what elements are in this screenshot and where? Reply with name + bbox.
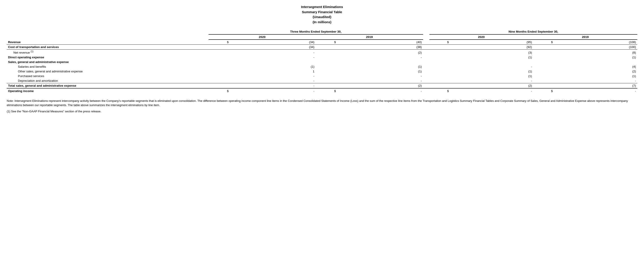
dollar-nine-2020-7 — [430, 74, 450, 78]
dollar-three-2019-4 — [316, 60, 337, 64]
dollar-three-2020-8 — [208, 78, 230, 83]
row-label-9: Total sales, general and administrative … — [7, 83, 208, 88]
value-three-2019-5: (1) — [337, 64, 423, 69]
dollar-nine-2019-6 — [533, 69, 554, 74]
value-nine-2020-8: - — [450, 78, 533, 83]
page-title: Intersegment Eliminations Summary Financ… — [7, 4, 637, 24]
dollar-three-2019-5 — [316, 64, 337, 69]
value-three-2019-1: (38) — [337, 45, 423, 50]
value-nine-2019-0: (108) — [554, 39, 637, 45]
value-three-2019-7: - — [337, 74, 423, 78]
value-three-2020-3: - — [230, 55, 316, 60]
dollar-nine-2019-0: $ — [533, 39, 554, 45]
value-three-2020-10: - — [230, 88, 316, 93]
dollar-three-2020-0: $ — [208, 39, 230, 45]
row-label-7: Purchased services — [7, 74, 208, 78]
value-three-2020-4 — [230, 60, 316, 64]
dollar-three-2019-8 — [316, 78, 337, 83]
dollar-three-2020-4 — [208, 60, 230, 64]
footnote-text: (1) See the “Non-GAAP Financial Measures… — [7, 110, 637, 113]
dollar-three-2020-9 — [208, 83, 230, 88]
nine-months-header: Nine Months Ended September 30, — [430, 29, 637, 34]
value-three-2020-6: 1 — [230, 69, 316, 74]
value-three-2019-6: (1) — [337, 69, 423, 74]
year-three-2020: 2020 — [208, 34, 316, 39]
row-label-5: Salaries and benefits — [7, 64, 208, 69]
value-three-2019-3: - — [337, 55, 423, 60]
dollar-three-2020-10: $ — [208, 88, 230, 93]
dollar-three-2019-7 — [316, 74, 337, 78]
value-nine-2019-7: (1) — [554, 74, 637, 78]
row-label-2: Net revenue (1) — [7, 50, 208, 55]
value-nine-2019-10: - — [554, 88, 637, 93]
value-nine-2020-2: (3) — [450, 50, 533, 55]
value-nine-2020-9: (2) — [450, 83, 533, 88]
row-label-10: Operating income — [7, 88, 208, 93]
dollar-three-2020-7 — [208, 74, 230, 78]
dollar-nine-2020-10: $ — [430, 88, 450, 93]
dollar-three-2020-6 — [208, 69, 230, 74]
dollar-nine-2019-5 — [533, 64, 554, 69]
value-three-2020-5: (1) — [230, 64, 316, 69]
value-nine-2019-8: - — [554, 78, 637, 83]
value-three-2020-0: (34) — [230, 39, 316, 45]
value-three-2019-2: (2) — [337, 50, 423, 55]
value-nine-2019-5: (4) — [554, 64, 637, 69]
value-three-2020-2: - — [230, 50, 316, 55]
dollar-nine-2020-8 — [430, 78, 450, 83]
dollar-nine-2020-3 — [430, 55, 450, 60]
value-nine-2020-4 — [450, 60, 533, 64]
value-nine-2019-6: (2) — [554, 69, 637, 74]
value-nine-2020-6: (1) — [450, 69, 533, 74]
dollar-three-2019-10: $ — [316, 88, 337, 93]
dollar-nine-2020-0: $ — [430, 39, 450, 45]
dollar-three-2019-1 — [316, 45, 337, 50]
row-label-0: Revenue — [7, 39, 208, 45]
row-label-6: Other sales, general and administrative … — [7, 69, 208, 74]
value-nine-2020-7: (1) — [450, 74, 533, 78]
three-months-header: Three Months Ended September 30, — [208, 29, 423, 34]
row-label-3: Direct operating expense — [7, 55, 208, 60]
value-nine-2020-0: (95) — [450, 39, 533, 45]
value-three-2020-1: (34) — [230, 45, 316, 50]
dollar-three-2020-1 — [208, 45, 230, 50]
dollar-nine-2020-2 — [430, 50, 450, 55]
dollar-nine-2019-10: $ — [533, 88, 554, 93]
dollar-three-2019-0: $ — [316, 39, 337, 45]
value-nine-2020-3: (1) — [450, 55, 533, 60]
year-three-2019: 2019 — [316, 34, 423, 39]
value-nine-2019-1: (100) — [554, 45, 637, 50]
dollar-three-2019-6 — [316, 69, 337, 74]
dollar-three-2020-2 — [208, 50, 230, 55]
dollar-nine-2019-4 — [533, 60, 554, 64]
value-three-2020-9: - — [230, 83, 316, 88]
value-nine-2019-9: (7) — [554, 83, 637, 88]
value-three-2019-9: (2) — [337, 83, 423, 88]
value-nine-2019-4 — [554, 60, 637, 64]
dollar-nine-2020-5 — [430, 64, 450, 69]
year-nine-2020: 2020 — [430, 34, 533, 39]
value-nine-2020-10: - — [450, 88, 533, 93]
value-three-2019-8: - — [337, 78, 423, 83]
dollar-nine-2019-3 — [533, 55, 554, 60]
dollar-nine-2019-2 — [533, 50, 554, 55]
value-nine-2020-1: (92) — [450, 45, 533, 50]
year-nine-2019: 2019 — [533, 34, 637, 39]
dollar-nine-2019-9 — [533, 83, 554, 88]
value-nine-2019-2: (8) — [554, 50, 637, 55]
dollar-nine-2019-8 — [533, 78, 554, 83]
value-three-2019-10: - — [337, 88, 423, 93]
dollar-three-2019-9 — [316, 83, 337, 88]
dollar-three-2020-3 — [208, 55, 230, 60]
dollar-three-2019-3 — [316, 55, 337, 60]
value-nine-2020-5: - — [450, 64, 533, 69]
row-label-4: Sales, general and administrative expens… — [7, 60, 208, 64]
dollar-nine-2020-9 — [430, 83, 450, 88]
value-three-2020-7: - — [230, 74, 316, 78]
value-three-2019-4 — [337, 60, 423, 64]
note-text: Note: Intersegment Eliminations represen… — [7, 99, 637, 107]
value-three-2019-0: (40) — [337, 39, 423, 45]
dollar-nine-2020-1 — [430, 45, 450, 50]
dollar-three-2019-2 — [316, 50, 337, 55]
row-label-1: Cost of transportation and services — [7, 45, 208, 50]
